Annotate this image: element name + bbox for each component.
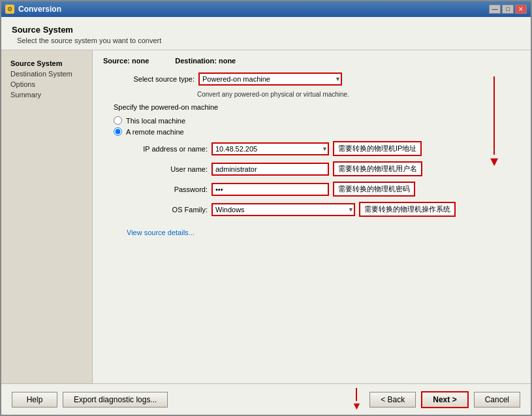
sidebar-item-source-system[interactable]: Source System: [8, 58, 86, 69]
source-value: none: [132, 57, 149, 65]
specify-label: Specify the powered-on machine: [114, 103, 488, 111]
password-annotation: 需要转换的物理机密码: [333, 182, 415, 197]
maximize-button[interactable]: □: [502, 5, 514, 14]
remote-fields: IP address or name: ▼ 需要转换的物理机IP地址 User …: [116, 141, 488, 217]
source-dest-bar: Source: none Destination: none: [103, 57, 520, 65]
main-content: Source: none Destination: none Select so…: [93, 50, 531, 383]
cancel-button[interactable]: Cancel: [474, 392, 520, 408]
local-machine-label: This local machine: [126, 117, 185, 125]
footer: Help Export diagnostic logs... ▼ < Back …: [1, 383, 531, 415]
window-title: Conversion: [18, 5, 61, 14]
next-button[interactable]: Next >: [421, 391, 468, 408]
local-machine-row: This local machine: [114, 116, 488, 125]
dest-value: none: [219, 57, 236, 65]
source-info: Source: none: [103, 57, 149, 65]
ip-annotation: 需要转换的物理机IP地址: [333, 141, 422, 156]
close-button[interactable]: ✕: [515, 5, 527, 14]
back-button[interactable]: < Back: [369, 392, 416, 408]
conversion-window: ⚙ Conversion — □ ✕ Source System Select …: [0, 0, 532, 416]
remote-machine-row: A remote machine: [114, 127, 488, 136]
title-controls: — □ ✕: [489, 5, 527, 14]
source-label: Source:: [103, 57, 130, 65]
local-machine-radio[interactable]: [114, 116, 122, 125]
username-input[interactable]: [211, 163, 329, 176]
header-section: Source System Select the source system y…: [1, 17, 531, 50]
window-icon: ⚙: [5, 5, 14, 14]
os-label: OS Family:: [116, 206, 208, 214]
title-bar: ⚙ Conversion — □ ✕: [1, 1, 531, 17]
content-area: Source System Destination System Options…: [1, 50, 531, 383]
username-label: User name:: [116, 165, 208, 173]
footer-right: ▼ < Back Next > Cancel: [351, 388, 520, 411]
arrow-head: ▼: [488, 155, 501, 168]
remote-machine-radio[interactable]: [114, 127, 122, 136]
help-button[interactable]: Help: [12, 392, 57, 408]
source-type-select[interactable]: Powered-on machine: [198, 72, 342, 86]
ip-label: IP address or name:: [116, 145, 208, 153]
footer-left: Help Export diagnostic logs...: [12, 392, 168, 408]
arrow-line-top: [493, 76, 495, 155]
sidebar: Source System Destination System Options…: [1, 50, 93, 383]
remote-machine-label: A remote machine: [126, 128, 184, 136]
os-annotation: 需要转换的物理机操作系统: [359, 202, 456, 217]
radio-group: This local machine A remote machine: [114, 116, 488, 136]
export-logs-button[interactable]: Export diagnostic logs...: [63, 392, 168, 408]
password-input[interactable]: [211, 183, 329, 196]
page-title: Source System: [12, 25, 520, 35]
os-select[interactable]: Windows: [211, 203, 355, 216]
footer-arrow-head: ▼: [351, 401, 362, 411]
dest-info: Destination: none: [175, 57, 236, 65]
ip-input[interactable]: [211, 142, 329, 155]
username-annotation: 需要转换的物理机用户名: [333, 161, 422, 176]
sidebar-item-summary[interactable]: Summary: [8, 89, 86, 100]
dest-label: Destination:: [175, 57, 217, 65]
sidebar-item-destination-system[interactable]: Destination System: [8, 69, 86, 79]
page-subtitle: Select the source system you want to con…: [17, 37, 520, 44]
window-body: Source System Select the source system y…: [1, 17, 531, 415]
view-source-details-link[interactable]: View source details...: [127, 229, 195, 236]
sidebar-item-options[interactable]: Options: [8, 79, 86, 89]
password-label: Password:: [116, 185, 208, 193]
source-type-row: Select source type: Powered-on machine ▼: [103, 72, 488, 86]
convert-hint: Convert any powered-on physical or virtu…: [197, 91, 488, 98]
footer-arrow-line: [356, 388, 357, 401]
minimize-button[interactable]: —: [489, 5, 501, 14]
source-type-label: Select source type:: [103, 75, 195, 83]
